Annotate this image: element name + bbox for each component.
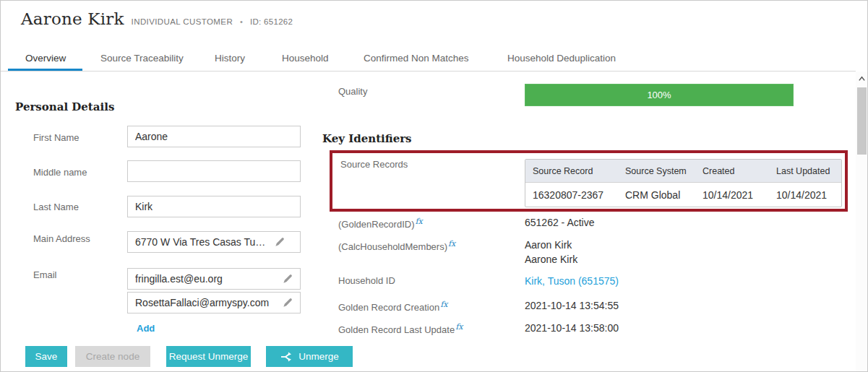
unmerge-button[interactable]: Unmerge (266, 346, 353, 367)
customer-name: Aarone Kirk (21, 9, 124, 28)
last-name-input[interactable] (127, 196, 301, 217)
fx-icon: fx (416, 217, 423, 226)
golden-record-id-value: 651262 - Active (525, 217, 595, 228)
header-separator-dot: • (240, 17, 243, 26)
cell-created: 10/14/2021 (695, 183, 769, 207)
cell-source-system: CRM Global (618, 183, 695, 207)
golden-record-creation-value: 2021-10-14 13:54:55 (525, 300, 619, 311)
col-source-record: Source Record (525, 160, 618, 182)
golden-record-last-update-value: 2021-10-14 13:58:00 (525, 322, 619, 334)
unmerge-button-label: Unmerge (298, 351, 339, 362)
email-value-1: fringilla.est@eu.org (135, 273, 277, 285)
calc-household-members-label-text: (CalcHouseholdMembers) (338, 241, 447, 252)
quality-label: Quality (338, 86, 367, 97)
golden-record-last-update-label: Golden Record Last Updatefx (338, 322, 463, 335)
scrollbar-up-arrow-icon[interactable] (858, 75, 866, 83)
golden-record-id-label: (GoldenRecordID)fx (338, 217, 423, 230)
tabbar-divider (1, 71, 856, 72)
add-email-link[interactable]: Add (137, 323, 155, 334)
tab-household[interactable]: Household (282, 53, 329, 64)
golden-record-id-label-text: (GoldenRecordID) (338, 219, 415, 230)
email-field-1[interactable]: fringilla.est@eu.org (127, 268, 301, 290)
cell-source-record: 16320807-2367 (525, 183, 618, 207)
source-records-label: Source Records (340, 159, 408, 170)
tab-source-traceability[interactable]: Source Traceability (100, 53, 184, 64)
fx-icon: fx (448, 239, 455, 248)
customer-profile-window: Aarone Kirk INDIVIDUAL CUSTOMER • ID: 65… (0, 0, 868, 372)
personal-details-title: Personal Details (15, 100, 114, 113)
unmerge-split-icon (280, 351, 293, 363)
calc-household-member-1: Aaron Kirk (525, 239, 572, 251)
edit-pencil-icon[interactable] (281, 272, 294, 285)
edit-pencil-icon[interactable] (273, 235, 286, 248)
golden-record-creation-label-text: Golden Record Creation (338, 302, 439, 313)
col-last-updated: Last Updated (769, 160, 841, 182)
customer-type-label: INDIVIDUAL CUSTOMER (132, 17, 233, 26)
main-address-field[interactable]: 6770 W Via Tres Casas Tucson (127, 231, 301, 253)
first-name-label: First Name (33, 132, 80, 143)
customer-id-label: ID: 651262 (250, 17, 293, 26)
main-address-label: Main Address (33, 233, 90, 244)
household-id-label: Household ID (338, 275, 395, 286)
middle-name-input[interactable] (127, 160, 301, 182)
tab-overview[interactable]: Overview (25, 53, 66, 64)
col-created: Created (695, 160, 769, 182)
email-value-2: RosettaFallaci@armyspy.com (135, 297, 277, 308)
tab-confirmed-non-matches[interactable]: Confirmed Non Matches (364, 53, 469, 64)
col-source-system: Source System (618, 160, 695, 182)
calc-household-member-2: Aarone Kirk (525, 254, 577, 265)
last-name-label: Last Name (33, 202, 79, 212)
main-address-value: 6770 W Via Tres Casas Tucson (135, 236, 269, 248)
email-field-2[interactable]: RosettaFallaci@armyspy.com (127, 292, 301, 313)
page-header: Aarone Kirk INDIVIDUAL CUSTOMER • ID: 65… (21, 9, 293, 28)
cell-last-updated: 10/14/2021 (769, 183, 841, 207)
calc-household-members-label: (CalcHouseholdMembers)fx (338, 239, 455, 252)
first-name-input[interactable] (127, 126, 301, 147)
source-records-table: Source Record Source System Created Last… (525, 159, 842, 207)
household-id-link[interactable]: Kirk, Tuson (651575) (525, 275, 619, 287)
quality-progress-bar: 100% (525, 84, 794, 106)
save-button[interactable]: Save (25, 346, 67, 367)
table-row[interactable]: 16320807-2367 CRM Global 10/14/2021 10/1… (525, 182, 841, 207)
key-identifiers-title: Key Identifiers (322, 132, 412, 145)
email-label: Email (33, 269, 57, 280)
tab-history[interactable]: History (215, 53, 245, 64)
fx-icon: fx (440, 300, 447, 309)
create-node-button[interactable]: Create node (75, 346, 150, 367)
golden-record-last-update-label-text: Golden Record Last Update (338, 324, 455, 335)
request-unmerge-button[interactable]: Request Unmerge (166, 346, 251, 367)
quality-percent: 100% (647, 90, 671, 100)
tab-household-deduplication[interactable]: Household Deduplication (507, 53, 616, 64)
scrollbar-thumb[interactable] (857, 87, 867, 155)
golden-record-creation-label: Golden Record Creationfx (338, 300, 447, 313)
edit-pencil-icon[interactable] (281, 296, 294, 309)
fx-icon: fx (455, 322, 463, 332)
middle-name-label: Middle name (33, 167, 87, 178)
source-records-header-row: Source Record Source System Created Last… (525, 160, 841, 182)
